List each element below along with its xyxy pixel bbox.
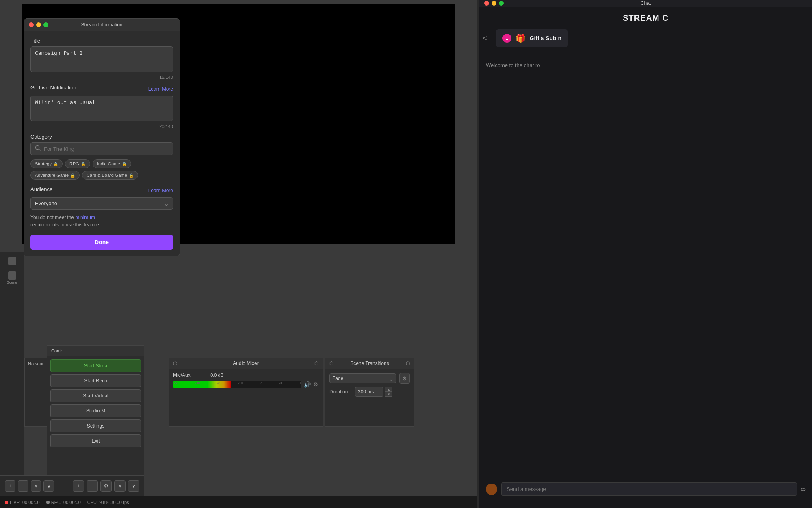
- remove-scene-button[interactable]: −: [18, 480, 28, 492]
- minimum-link[interactable]: minimum: [75, 215, 95, 220]
- notification-input[interactable]: Wilin' out as usual!: [30, 96, 173, 121]
- notification-field-label: Go Live Notification: [30, 85, 76, 91]
- divider-line: [479, 57, 812, 57]
- add-scene-button[interactable]: +: [5, 480, 15, 492]
- chat-minimize-button[interactable]: [492, 1, 496, 6]
- transitions-expand-icon[interactable]: ⬡: [329, 360, 333, 366]
- scene-label: Scene: [7, 280, 17, 284]
- lock-icon-indie: 🔒: [122, 162, 127, 166]
- tag-rpg-label: RPG: [69, 161, 79, 166]
- title-char-count: 15/140: [30, 75, 173, 80]
- live-label: LIVE:: [10, 500, 21, 505]
- stream-chat-header: STREAM C: [479, 7, 812, 29]
- maximize-button[interactable]: [43, 22, 48, 27]
- close-button[interactable]: [29, 22, 34, 27]
- panel-title: Stream Information: [81, 22, 122, 28]
- audience-select-wrap[interactable]: Everyone ⌄: [30, 197, 173, 210]
- rec-label: REC:: [51, 500, 62, 505]
- duration-down[interactable]: ▼: [385, 392, 392, 397]
- gift-sub-text: Gift a Sub n: [530, 35, 562, 41]
- panel-titlebar: Stream Information: [24, 19, 180, 31]
- chat-maximize-button[interactable]: [499, 1, 504, 6]
- mute-button[interactable]: 🔊: [304, 381, 311, 388]
- audio-mixer-title: Audio Mixer: [233, 360, 258, 366]
- duration-label: Duration: [329, 389, 352, 395]
- category-input[interactable]: [44, 146, 169, 152]
- gift-sub-row: < 1 🎁 Gift a Sub n: [479, 29, 812, 52]
- settings-button[interactable]: Settings: [50, 419, 141, 432]
- gift-sub-banner[interactable]: 1 🎁 Gift a Sub n: [496, 29, 568, 47]
- tag-strategy[interactable]: Strategy 🔒: [30, 159, 63, 168]
- duration-input[interactable]: [355, 387, 383, 397]
- controls-header: Contr: [47, 346, 144, 356]
- transition-gear-button[interactable]: ⚙: [399, 373, 410, 384]
- collapse-icon[interactable]: ⬡: [314, 360, 318, 366]
- transition-type-select[interactable]: Fade: [329, 373, 396, 383]
- category-search-box[interactable]: [30, 142, 173, 155]
- chat-close-button[interactable]: [484, 1, 489, 6]
- cpu-label: CPU: 9.8%,30.00 fps: [87, 500, 129, 505]
- start-virtual-button[interactable]: Start Virtual: [50, 389, 141, 402]
- tag-adventure-game[interactable]: Adventure Game 🔒: [30, 171, 80, 180]
- chat-emote-icon[interactable]: ∞: [801, 486, 806, 493]
- exit-button[interactable]: Exit: [50, 434, 141, 447]
- traffic-lights: [29, 22, 48, 27]
- tag-card-board-label: Card & Board Game: [87, 173, 127, 178]
- lock-icon-adventure: 🔒: [70, 173, 75, 178]
- transition-controls: Fade ⚙ Duration ▲ ▼: [325, 369, 414, 404]
- audio-mixer-content: Mic/Aux 0.0 dB -60 -40 -20 -10 -6 -3 0: [169, 369, 323, 391]
- audience-field-label: Audience: [30, 186, 52, 192]
- audio-channel-mic: Mic/Aux 0.0 dB: [173, 372, 318, 378]
- studio-mode-button[interactable]: Studio M: [50, 404, 141, 417]
- sources-panel-item[interactable]: [6, 255, 18, 267]
- scene-transitions-header: ⬡ Scene Transitions ⬡: [325, 358, 414, 369]
- duration-up[interactable]: ▲: [385, 387, 392, 392]
- lock-icon-strategy: 🔒: [53, 162, 58, 166]
- chat-message-input[interactable]: [501, 482, 797, 496]
- transitions-collapse-icon[interactable]: ⬡: [406, 360, 410, 366]
- expand-icon[interactable]: ⬡: [173, 360, 177, 366]
- duration-spinner[interactable]: ▲ ▼: [385, 387, 392, 397]
- tag-rpg[interactable]: RPG 🔒: [65, 159, 90, 168]
- audio-settings-button[interactable]: ⚙: [313, 381, 318, 388]
- rec-time: 00:00:00: [63, 500, 81, 505]
- audience-select[interactable]: Everyone: [30, 197, 173, 210]
- chat-titlebar: Chat: [479, 0, 812, 7]
- requirements-text: You do not meet the minimumrequirements …: [30, 214, 173, 228]
- tag-indie-label: Indie Game: [97, 161, 120, 166]
- chat-traffic-lights: [484, 1, 504, 6]
- svg-line-1: [39, 149, 41, 151]
- scene-transitions-title: Scene Transitions: [350, 360, 389, 366]
- audience-learn-more[interactable]: Learn More: [148, 188, 173, 193]
- start-streaming-button[interactable]: Start Strea: [50, 359, 141, 372]
- live-dot: [5, 501, 8, 504]
- start-recording-button[interactable]: Start Reco: [50, 374, 141, 387]
- move-source-up-button[interactable]: ∧: [114, 480, 126, 492]
- category-field-label: Category: [30, 134, 173, 140]
- done-button[interactable]: Done: [30, 235, 173, 250]
- stream-title-input[interactable]: Campaign Part 2: [30, 46, 173, 72]
- tag-indie-game[interactable]: Indie Game 🔒: [93, 159, 131, 168]
- audio-mixer-header: ⬡ Audio Mixer ⬡: [169, 358, 323, 369]
- obs-main-window: Stream Information Title Campaign Part 2…: [0, 0, 477, 508]
- notification-section-header: Go Live Notification Learn More: [30, 85, 173, 93]
- move-scene-down-button[interactable]: ∨: [43, 480, 54, 492]
- back-arrow[interactable]: <: [483, 34, 487, 43]
- db-value: 0.0 dB: [205, 373, 223, 378]
- move-scene-up-button[interactable]: ∧: [31, 480, 41, 492]
- source-settings-button[interactable]: ⚙: [100, 480, 112, 492]
- live-time: 00:00:00: [22, 500, 40, 505]
- add-source-button[interactable]: +: [73, 480, 84, 492]
- tag-card-board-game[interactable]: Card & Board Game 🔒: [82, 171, 138, 180]
- scene-panel-item[interactable]: Scene: [5, 270, 19, 286]
- move-source-down-button[interactable]: ∨: [128, 480, 139, 492]
- notification-learn-more[interactable]: Learn More: [148, 86, 173, 92]
- remove-source-button[interactable]: −: [87, 480, 98, 492]
- welcome-text: Welcome to the chat ro: [479, 62, 812, 68]
- transition-type-select-wrap[interactable]: Fade: [329, 373, 396, 383]
- obs-left-panel: Scene: [0, 252, 24, 488]
- minimize-button[interactable]: [36, 22, 41, 27]
- audio-mixer-section: ⬡ Audio Mixer ⬡ Mic/Aux 0.0 dB -60 -40 -…: [169, 358, 323, 427]
- gift-sub-badge: 1: [502, 34, 511, 43]
- panel-body: Title Campaign Part 2 15/140 Go Live Not…: [24, 31, 180, 256]
